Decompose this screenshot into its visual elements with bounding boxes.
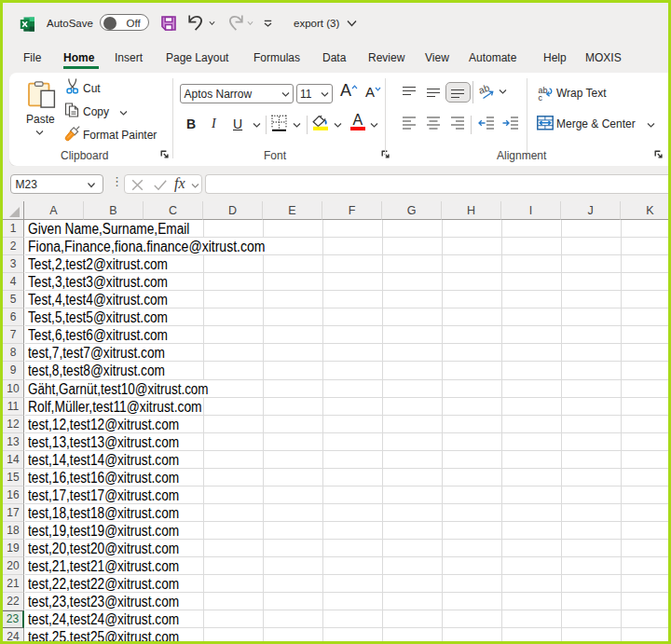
- svg-text:c: c: [539, 92, 543, 102]
